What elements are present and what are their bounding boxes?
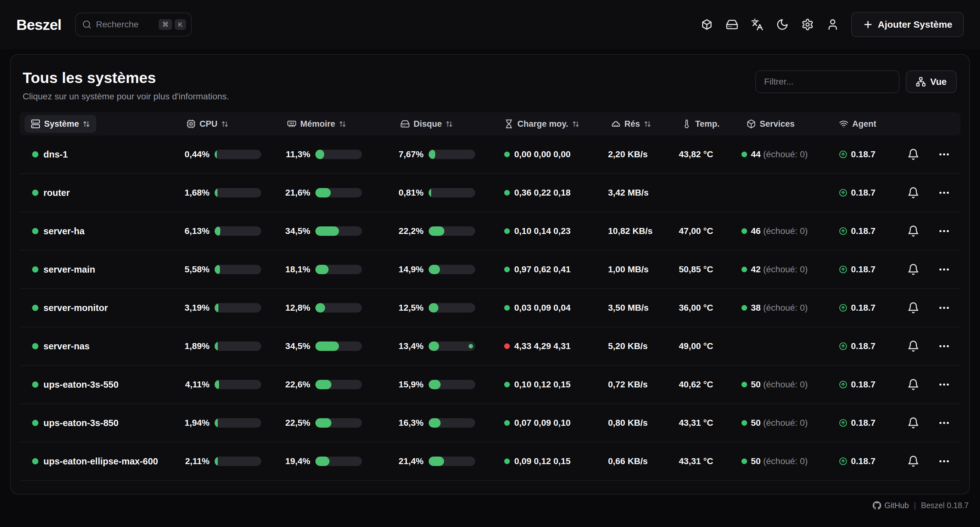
footer-version: Beszel 0.18.7 (921, 501, 969, 510)
network-value: 1,00 MB/s (608, 264, 649, 275)
table-row[interactable]: router 1,68% 21,6% 0,81% 0,36 0,22 0,18 … (19, 174, 961, 212)
services-text: 50 (échoué: 0) (751, 456, 808, 466)
services-cell: 42 (échoué: 0) (734, 251, 832, 288)
disk-cell: 13,4% (375, 327, 485, 365)
system-name: ups-eaton-3s-550 (43, 379, 119, 390)
memory-cell: 22,6% (271, 366, 375, 403)
row-menu-button[interactable] (935, 337, 954, 356)
column-header-agent[interactable]: Agent (832, 112, 899, 135)
table-row[interactable]: ups-eaton-3s-850 1,94% 22,5% 16,3% 0,07 … (19, 404, 961, 443)
navbar: Beszel Recherche ⌘ K Ajouter Système (0, 0, 980, 49)
systems-package-button[interactable] (697, 14, 717, 35)
language-button[interactable] (747, 14, 768, 35)
agent-status-icon (839, 381, 847, 389)
alerts-bell-button[interactable] (904, 413, 923, 432)
column-header-cpu[interactable]: CPU (170, 112, 271, 135)
temperature-cell: 43,31 °C (666, 404, 734, 442)
disk-cell: 14,9% (375, 251, 485, 288)
column-header-systeme[interactable]: Système (25, 115, 96, 133)
hard-drive-icon (726, 18, 738, 31)
cpu-cell: 2,11% (170, 443, 271, 480)
temperature-value: 40,62 °C (679, 379, 713, 390)
actions-cell (928, 366, 961, 403)
kbd-command: ⌘ (159, 19, 172, 30)
column-header-memoire[interactable]: Mémoire (271, 112, 375, 135)
alerts-bell-button[interactable] (904, 145, 923, 164)
network-value: 0,72 KB/s (608, 379, 648, 390)
disk-bar (429, 188, 475, 197)
agent-status-icon (839, 304, 847, 312)
alerts-bell-button[interactable] (904, 298, 923, 317)
bell-icon (907, 225, 919, 237)
user-menu-button[interactable] (822, 14, 843, 35)
memory-bar (315, 380, 362, 389)
column-header-temp[interactable]: Temp. (666, 112, 734, 135)
github-link[interactable]: GitHub (873, 501, 909, 510)
temperature-value: 36,00 °C (679, 303, 713, 313)
table-row[interactable]: ups-eaton-ellipse-max-600 2,11% 19,4% 21… (19, 443, 961, 481)
network-cell: 2,20 KB/s (595, 135, 666, 173)
cpu-bar (215, 188, 261, 197)
app-logo[interactable]: Beszel (16, 16, 61, 33)
github-icon (873, 501, 881, 510)
load-cell: 0,10 0,14 0,23 (485, 212, 595, 250)
agent-status-icon (839, 457, 847, 465)
search-input[interactable]: Recherche ⌘ K (75, 13, 192, 37)
services-count: 50 (751, 418, 760, 428)
table-row[interactable]: server-main 5,58% 18,1% 14,9% 0,97 0,62 … (19, 251, 961, 289)
filter-input[interactable] (755, 70, 899, 93)
memory-value: 11,3% (279, 149, 310, 159)
search-placeholder: Recherche (96, 19, 138, 30)
services-failed: (échoué: 0) (763, 456, 808, 466)
table-row[interactable]: server-ha 6,13% 34,5% 22,2% 0,10 0,14 0,… (19, 212, 961, 251)
system-status-dot (32, 458, 38, 464)
load-values: 0,10 0,14 0,23 (514, 226, 571, 236)
services-cell: 38 (échoué: 0) (734, 289, 832, 327)
ellipsis-icon (938, 378, 950, 391)
alerts-bell-button[interactable] (904, 375, 923, 394)
alerts-bell-button[interactable] (904, 337, 923, 356)
disks-button[interactable] (722, 14, 742, 35)
table-row[interactable]: server-nas 1,89% 34,5% 13,4% 4,33 4,29 4… (19, 327, 961, 366)
theme-toggle-button[interactable] (772, 14, 793, 35)
alerts-bell-button[interactable] (904, 260, 923, 279)
table-row[interactable]: dns-1 0,44% 11,3% 7,67% 0,00 0,00 0,00 2… (19, 135, 961, 174)
row-menu-button[interactable] (935, 298, 954, 317)
add-system-button[interactable]: Ajouter Système (851, 12, 964, 37)
settings-button[interactable] (797, 14, 818, 35)
row-menu-button[interactable] (935, 375, 954, 394)
temperature-cell (666, 174, 734, 212)
network-value: 2,20 KB/s (608, 149, 648, 159)
load-values: 0,10 0,12 0,15 (514, 379, 571, 390)
table-row[interactable]: server-monitor 3,19% 12,8% 12,5% 0,03 0,… (19, 289, 961, 327)
disk-cell: 21,4% (375, 443, 485, 480)
cpu-value: 5,58% (178, 264, 210, 275)
load-values: 0,03 0,09 0,04 (514, 303, 571, 313)
column-header-services[interactable]: Services (734, 112, 832, 135)
column-header-charge[interactable]: Charge moy. (485, 112, 595, 135)
column-header-res[interactable]: Rés (595, 112, 666, 135)
cpu-cell: 1,68% (170, 174, 271, 212)
row-menu-button[interactable] (935, 452, 954, 471)
row-menu-button[interactable] (935, 145, 954, 164)
temperature-cell: 36,00 °C (666, 289, 734, 327)
services-cell: 50 (échoué: 0) (734, 366, 832, 403)
alerts-cell (899, 327, 928, 365)
alerts-bell-button[interactable] (904, 452, 923, 471)
temperature-value: 43,31 °C (679, 418, 713, 428)
alerts-cell (899, 174, 928, 212)
services-text: 50 (échoué: 0) (751, 379, 808, 390)
row-menu-button[interactable] (935, 183, 954, 202)
row-menu-button[interactable] (935, 260, 954, 279)
alerts-bell-button[interactable] (904, 183, 923, 202)
row-menu-button[interactable] (935, 413, 954, 432)
column-header-disque[interactable]: Disque (375, 112, 485, 135)
alerts-bell-button[interactable] (904, 222, 923, 241)
network-cell: 3,50 MB/s (595, 289, 666, 327)
load-cell: 0,97 0,62 0,41 (485, 251, 595, 288)
load-status-dot (504, 382, 510, 387)
table-row[interactable]: ups-eaton-3s-550 4,11% 22,6% 15,9% 0,10 … (19, 366, 961, 404)
row-menu-button[interactable] (935, 222, 954, 241)
load-cell: 0,09 0,12 0,15 (485, 443, 595, 480)
view-mode-button[interactable]: Vue (906, 70, 957, 93)
